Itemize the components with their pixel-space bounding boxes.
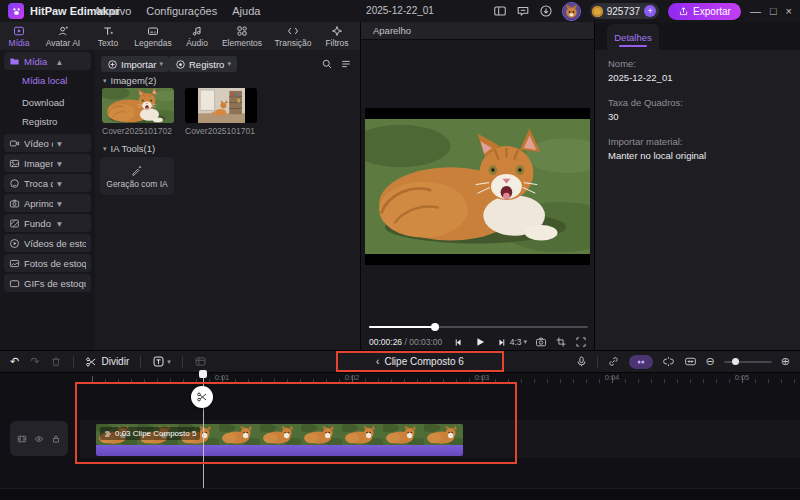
track-lock-icon[interactable] (51, 434, 61, 444)
menu-ajuda[interactable]: Ajuda (232, 5, 260, 17)
sidebar-item-download[interactable]: Download (22, 94, 64, 110)
zoom-in-button[interactable]: ⊕ (781, 355, 790, 368)
media-thumbnail-cat[interactable] (102, 88, 174, 123)
sidebar-item-fundo[interactable]: Fundo ▾ (4, 214, 91, 232)
ia-generation-card[interactable]: Geração com IA (100, 157, 174, 195)
previous-frame-button[interactable] (453, 337, 464, 348)
ruler-label: 0:02 (345, 373, 360, 382)
delete-icon[interactable] (50, 356, 62, 368)
divider (597, 356, 598, 368)
record-button[interactable]: Registro ▾ (169, 56, 237, 72)
sidebar-item-gifs-estoque[interactable]: GIFs de estoque (4, 274, 91, 292)
unlink-clips-icon[interactable] (662, 355, 675, 368)
scissors-icon (85, 356, 97, 368)
field-label: Taxa de Quadros: (608, 97, 800, 109)
titlebar-actions: 925737 + Exportar — □ × (493, 0, 792, 22)
redo-button[interactable]: ↷ (30, 355, 39, 368)
next-frame-button[interactable] (496, 337, 507, 348)
list-view-icon[interactable] (340, 58, 352, 70)
ia-tools-section-header[interactable]: ▾ IA Tools(1) (103, 143, 155, 154)
detail-field-importar-material: Importar material: Manter no local origi… (608, 136, 800, 162)
link-clips-icon[interactable] (607, 355, 620, 368)
play-button[interactable] (474, 336, 486, 348)
composite-clip-button[interactable]: ‹ Clipe Composto 6 (345, 351, 495, 372)
export-button[interactable]: Exportar (668, 3, 741, 20)
export-icon (678, 6, 689, 17)
feedback-icon[interactable] (516, 4, 530, 18)
undo-button[interactable]: ↶ (10, 355, 19, 368)
snap-toggle[interactable] (629, 355, 653, 369)
record-icon (175, 59, 186, 70)
track-visibility-eye-icon[interactable] (34, 434, 44, 444)
clip-audio-strip[interactable] (96, 445, 463, 456)
user-avatar[interactable] (562, 2, 581, 21)
folder-icon (9, 56, 20, 67)
tab-label: Filtros (325, 38, 348, 48)
preview-header: Aparelho (361, 22, 594, 40)
sidebar-item-midia[interactable]: Mídia ▴ (4, 52, 91, 70)
sidebar-item-troca-rosto[interactable]: Troca de Rost... ▾ (4, 174, 91, 192)
tab-texto[interactable]: Texto (88, 22, 128, 50)
zoom-out-button[interactable]: ⊖ (706, 355, 715, 368)
caret-down-icon: ▾ (57, 178, 86, 189)
tab-filtros[interactable]: Filtros (318, 22, 356, 50)
fullscreen-icon[interactable] (575, 336, 587, 348)
tab-audio[interactable]: Áudio (178, 22, 216, 50)
image-section-header[interactable]: ▾ Imagem(2) (103, 75, 156, 86)
minimize-button[interactable]: — (750, 0, 761, 22)
tab-elementos[interactable]: Elementos (216, 22, 268, 50)
voiceover-mic-icon[interactable] (575, 355, 588, 368)
tab-avatar-ai[interactable]: Avatar AI (38, 22, 88, 50)
timeline-zoom-slider[interactable] (724, 361, 772, 363)
preview-progress-knob[interactable] (431, 323, 439, 331)
zoom-slider-knob[interactable] (732, 358, 739, 365)
sidebar-item-videos-estoque[interactable]: Vídeos de esto... (4, 234, 91, 252)
media-thumbnail-room[interactable] (185, 88, 257, 123)
preview-progress-bar[interactable] (369, 326, 588, 328)
close-button[interactable]: × (786, 0, 792, 22)
credits-badge[interactable]: 925737 + (590, 3, 659, 19)
menu-configuracoes[interactable]: Configurações (146, 5, 217, 17)
text-box-icon (152, 355, 165, 368)
thumbnail-name: Cover2025101701 (185, 126, 255, 136)
add-credits-icon[interactable]: + (644, 5, 656, 17)
sidebar-item-registro[interactable]: Registro (22, 113, 57, 129)
sidebar-item-imagem-ia[interactable]: Imagem de IA ▾ (4, 154, 91, 172)
snapshot-icon[interactable] (535, 336, 547, 348)
menu-arquivo[interactable]: Arquivo (94, 5, 131, 17)
tab-label: Texto (98, 38, 118, 48)
aspect-ratio-dropdown[interactable]: 4:3 ▾ (510, 337, 527, 347)
split-cursor-badge[interactable] (191, 386, 213, 408)
ruler-label: 0:03 (475, 373, 490, 382)
timeline-scrollbar-area[interactable] (0, 488, 800, 500)
preview-viewport[interactable] (365, 108, 590, 265)
divider (182, 356, 183, 368)
freeze-frame-icon[interactable] (194, 355, 207, 368)
maximize-button[interactable]: □ (770, 0, 777, 22)
details-content: Nome: 2025-12-22_01 Taxa de Quadros: 30 … (595, 50, 800, 350)
search-icon[interactable] (321, 58, 333, 70)
back-chevron-icon: ‹ (376, 356, 379, 367)
sidebar-item-label: Vídeo de IA. (24, 138, 53, 149)
download-icon[interactable] (539, 4, 553, 18)
sidebar-item-aprimorador[interactable]: Aprimorador ... ▾ (4, 194, 91, 212)
crop-icon[interactable] (555, 336, 567, 348)
tab-midia[interactable]: Mídia (0, 22, 38, 50)
split-button[interactable]: Dividir (85, 356, 129, 368)
layout-panels-icon[interactable] (493, 4, 507, 18)
caret-down-icon: ▾ (57, 138, 86, 149)
add-text-button[interactable]: ▾ (152, 355, 171, 368)
tab-transicao[interactable]: Transição (268, 22, 318, 50)
sidebar-item-midia-local[interactable]: Mídia local (22, 72, 67, 88)
timeline-ruler[interactable] (80, 376, 800, 383)
menu-bar: Arquivo Configurações Ajuda (94, 0, 260, 22)
sidebar-item-fotos-estoque[interactable]: Fotos de estoque (4, 254, 91, 272)
preview-header-title: Aparelho (361, 25, 411, 36)
fit-timeline-icon[interactable] (684, 355, 697, 368)
sidebar-item-label: Aprimorador ... (24, 198, 53, 209)
sidebar-item-label: Fundo (24, 218, 53, 229)
sidebar-item-video-ia[interactable]: Vídeo de IA. ▾ (4, 134, 91, 152)
import-button[interactable]: Importar ▾ (101, 56, 169, 72)
tab-legendas[interactable]: Legendas (128, 22, 178, 50)
playhead-marker[interactable] (199, 370, 207, 378)
